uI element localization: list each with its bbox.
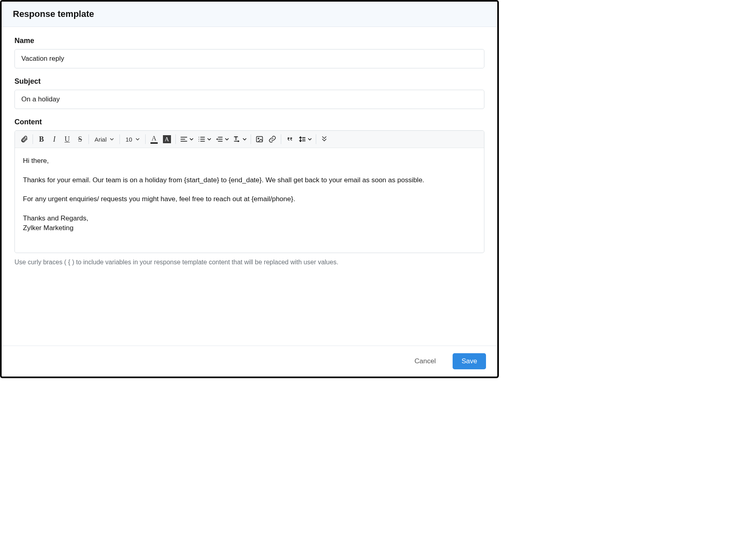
font-size-value: 10 [126, 136, 132, 143]
align-left-icon [180, 135, 188, 143]
toolbar-separator [33, 134, 33, 144]
svg-rect-15 [256, 136, 262, 142]
toolbar-separator [175, 134, 176, 144]
response-template-dialog: Response template Name Subject Content [0, 0, 499, 378]
name-field: Name [14, 37, 484, 68]
background-color-button[interactable]: A [161, 133, 173, 145]
svg-point-5 [198, 141, 199, 142]
indent-button[interactable] [214, 133, 231, 145]
font-family-value: Arial [95, 136, 107, 143]
name-label: Name [14, 37, 484, 45]
dialog-body: Name Subject Content B I U [2, 27, 497, 346]
blockquote-button[interactable] [284, 133, 296, 145]
svg-point-16 [258, 138, 259, 139]
background-color-icon: A [163, 135, 171, 143]
cancel-button[interactable]: Cancel [406, 353, 445, 369]
dialog-header: Response template [2, 2, 497, 27]
subject-label: Subject [14, 77, 484, 86]
double-chevron-down-icon [321, 135, 329, 143]
chevron-down-icon [207, 137, 211, 141]
line-height-button[interactable] [297, 133, 313, 145]
chevron-down-icon [225, 137, 229, 141]
chevron-down-icon [308, 137, 312, 141]
content-textarea[interactable]: Hi there, Thanks for your email. Our tea… [15, 148, 484, 253]
toolbar-separator [281, 134, 281, 144]
link-icon [268, 135, 276, 143]
toolbar-separator [119, 134, 120, 144]
font-color-button[interactable]: A [148, 133, 160, 145]
dialog-footer: Cancel Save [2, 346, 497, 377]
content-label: Content [14, 118, 484, 126]
insert-image-button[interactable] [253, 133, 266, 145]
list-button[interactable] [196, 133, 213, 145]
font-color-icon: A [150, 135, 158, 144]
insert-link-button[interactable] [266, 133, 278, 145]
toolbar-separator [89, 134, 89, 144]
list-icon [198, 135, 206, 143]
font-family-select[interactable]: Arial [91, 133, 117, 145]
underline-button[interactable]: U [61, 133, 73, 145]
quote-icon [286, 135, 294, 143]
toolbar-separator [145, 134, 146, 144]
subject-input[interactable] [14, 90, 484, 109]
direction-button[interactable] [231, 133, 248, 145]
subject-field: Subject [14, 77, 484, 109]
strikethrough-button[interactable]: S [74, 133, 86, 145]
line-height-icon [298, 135, 306, 143]
content-field: Content B I U S Arial [14, 118, 484, 266]
attachment-button[interactable] [18, 133, 30, 145]
italic-button[interactable]: I [48, 133, 60, 145]
save-button[interactable]: Save [453, 353, 486, 369]
more-tools-button[interactable] [319, 133, 331, 145]
font-size-select[interactable]: 10 [122, 133, 143, 145]
chevron-down-icon [110, 137, 114, 141]
paperclip-icon [20, 135, 28, 143]
align-button[interactable] [178, 133, 195, 145]
dialog-title: Response template [13, 9, 486, 19]
chevron-down-icon [136, 137, 140, 141]
chevron-down-icon [189, 137, 194, 141]
svg-point-3 [198, 137, 199, 138]
name-input[interactable] [14, 49, 484, 68]
bold-button[interactable]: B [35, 133, 47, 145]
rich-text-editor: B I U S Arial 10 [14, 130, 484, 253]
text-direction-icon [233, 135, 241, 143]
toolbar-separator [251, 134, 251, 144]
variables-hint: Use curly braces ( { ) to include variab… [14, 259, 484, 266]
chevron-down-icon [243, 137, 247, 141]
svg-point-4 [198, 139, 199, 140]
outdent-icon [215, 135, 223, 143]
toolbar-separator [316, 134, 316, 144]
image-icon [255, 135, 264, 143]
editor-toolbar: B I U S Arial 10 [15, 131, 484, 148]
